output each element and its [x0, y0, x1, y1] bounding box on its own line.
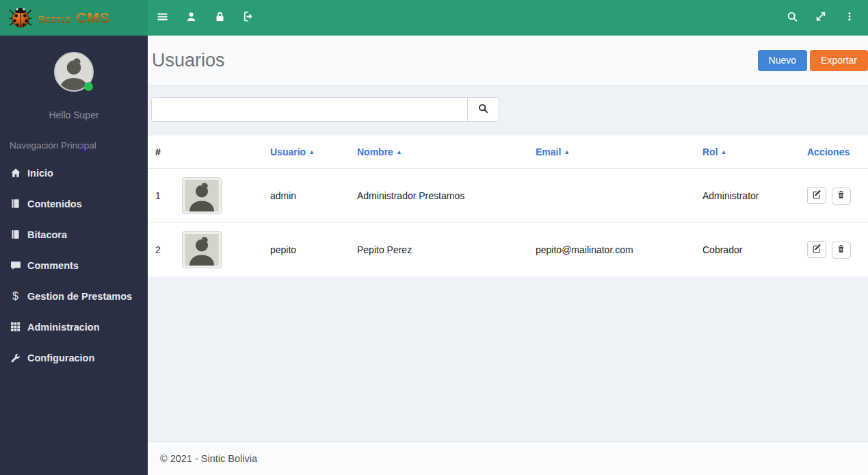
- book-icon: [10, 229, 21, 240]
- hamburger-menu-button[interactable]: [148, 0, 176, 36]
- topbar: Beetle CMS: [0, 0, 868, 36]
- footer: © 2021 - Sintic Bolivia: [148, 441, 868, 475]
- brand-name-secondary: CMS: [76, 10, 110, 26]
- kebab-menu-icon: [844, 11, 855, 25]
- hamburger-icon: [157, 11, 168, 25]
- cell-rol: Administrator: [695, 169, 800, 223]
- search-icon: [787, 11, 798, 25]
- users-table-card: # Usuario▲ Nombre▲ Email▲ Rol▲ Acciones: [148, 136, 868, 277]
- cell-email: pepito@mailinator.com: [528, 223, 695, 277]
- delete-button[interactable]: [832, 188, 851, 205]
- cell-nombre: Administrador Prestamos: [350, 169, 528, 223]
- edit-button[interactable]: [807, 187, 826, 204]
- top-navbar: [148, 0, 868, 36]
- user-icon: [185, 11, 197, 25]
- sidebar-item-label: Inicio: [27, 168, 53, 179]
- online-status-dot: [84, 82, 93, 91]
- fullscreen-button[interactable]: [806, 0, 835, 36]
- edit-icon: [812, 244, 821, 255]
- column-header-avatar: [182, 136, 263, 169]
- sort-asc-icon: ▲: [396, 149, 402, 155]
- more-options-button[interactable]: [835, 0, 864, 36]
- sidebar-item-label: Configuracion: [27, 352, 94, 363]
- copyright-text: © 2021 - Sintic Bolivia: [160, 453, 257, 464]
- logout-button[interactable]: [234, 0, 263, 36]
- sort-asc-icon: ▲: [564, 149, 570, 155]
- ladybug-logo-icon: [8, 4, 33, 31]
- trash-icon: [837, 244, 845, 255]
- cell-email: [528, 169, 695, 223]
- grid-icon: [10, 322, 21, 332]
- navbar-search-button[interactable]: [778, 0, 806, 36]
- user-menu-button[interactable]: [176, 0, 205, 36]
- avatar-thumbnail: [182, 177, 222, 214]
- sidebar-item-administracion[interactable]: Administracion: [0, 311, 148, 342]
- brand-name-primary: Beetle: [38, 14, 71, 25]
- sidebar: Hello Super Navegación Principal Inicio …: [0, 36, 148, 475]
- column-header-nombre[interactable]: Nombre▲: [350, 136, 528, 169]
- user-avatar[interactable]: [54, 52, 94, 92]
- search-submit-button[interactable]: [467, 97, 499, 122]
- search-group: [151, 97, 499, 122]
- brand-title: Beetle CMS: [38, 10, 110, 26]
- nav-section-label: Navegación Principal: [0, 140, 148, 151]
- sidebar-item-label: Contenidos: [27, 198, 82, 209]
- column-header-usuario[interactable]: Usuario▲: [263, 136, 350, 169]
- home-icon: [10, 168, 21, 179]
- sidebar-menu: Inicio Contenidos Bitacora: [0, 157, 148, 373]
- main-content: Usuarios Nuevo Exportar: [148, 36, 868, 475]
- search-icon: [478, 103, 488, 116]
- brand[interactable]: Beetle CMS: [0, 0, 148, 36]
- logout-icon: [242, 10, 254, 25]
- dollar-icon: $: [10, 291, 21, 302]
- cell-acciones: [800, 223, 868, 277]
- sidebar-item-configuracion[interactable]: Configuracion: [0, 342, 148, 373]
- sidebar-item-contenidos[interactable]: Contenidos: [0, 188, 148, 219]
- sort-asc-icon: ▲: [308, 149, 315, 155]
- edit-button[interactable]: [807, 241, 826, 258]
- cell-num: 2: [148, 223, 182, 277]
- sidebar-item-label: Gestion de Prestamos: [27, 291, 132, 302]
- sidebar-item-label: Bitacora: [27, 229, 67, 240]
- cell-usuario: admin: [263, 169, 350, 223]
- export-button[interactable]: Exportar: [810, 50, 868, 71]
- cell-acciones: [800, 169, 868, 223]
- sidebar-item-gestion-de-prestamos[interactable]: $ Gestion de Prestamos: [0, 281, 148, 311]
- wrench-icon: [10, 352, 21, 363]
- sidebar-item-label: Administracion: [27, 322, 100, 333]
- new-button[interactable]: Nuevo: [758, 50, 807, 71]
- comment-icon: [10, 260, 21, 271]
- sidebar-item-inicio[interactable]: Inicio: [0, 157, 148, 188]
- sidebar-item-bitacora[interactable]: Bitacora: [0, 219, 148, 250]
- cell-usuario: pepito: [263, 223, 350, 277]
- edit-icon: [812, 190, 821, 201]
- book-icon: [10, 198, 21, 209]
- cell-rol: Cobrador: [695, 223, 800, 277]
- cell-nombre: Pepito Perez: [350, 223, 528, 277]
- content-header: Usuarios Nuevo Exportar: [148, 36, 868, 86]
- table-row: 1: [148, 169, 868, 223]
- column-header-acciones: Acciones: [800, 136, 868, 169]
- expand-icon: [815, 11, 826, 25]
- trash-icon: [837, 190, 845, 201]
- column-header-rol[interactable]: Rol▲: [695, 136, 800, 169]
- column-header-num: #: [148, 136, 182, 169]
- app-window: Beetle CMS: [0, 0, 868, 475]
- navbar-right-group: [778, 0, 868, 36]
- sidebar-item-comments[interactable]: Comments: [0, 250, 148, 281]
- header-actions: Nuevo Exportar: [758, 50, 868, 71]
- page-title: Usuarios: [152, 50, 225, 71]
- lock-button[interactable]: [205, 0, 234, 36]
- avatar-thumbnail: [182, 231, 222, 268]
- search-input[interactable]: [151, 97, 468, 122]
- sort-asc-icon: ▲: [721, 149, 727, 155]
- cell-avatar: [182, 169, 263, 223]
- delete-button[interactable]: [832, 242, 851, 259]
- column-header-email[interactable]: Email▲: [528, 136, 695, 169]
- lock-icon: [214, 11, 226, 25]
- users-table: # Usuario▲ Nombre▲ Email▲ Rol▲ Acciones: [148, 136, 868, 277]
- cell-avatar: [182, 223, 263, 277]
- table-row: 2: [148, 223, 868, 277]
- navbar-left-group: [148, 0, 263, 36]
- content-body: # Usuario▲ Nombre▲ Email▲ Rol▲ Acciones: [148, 86, 868, 441]
